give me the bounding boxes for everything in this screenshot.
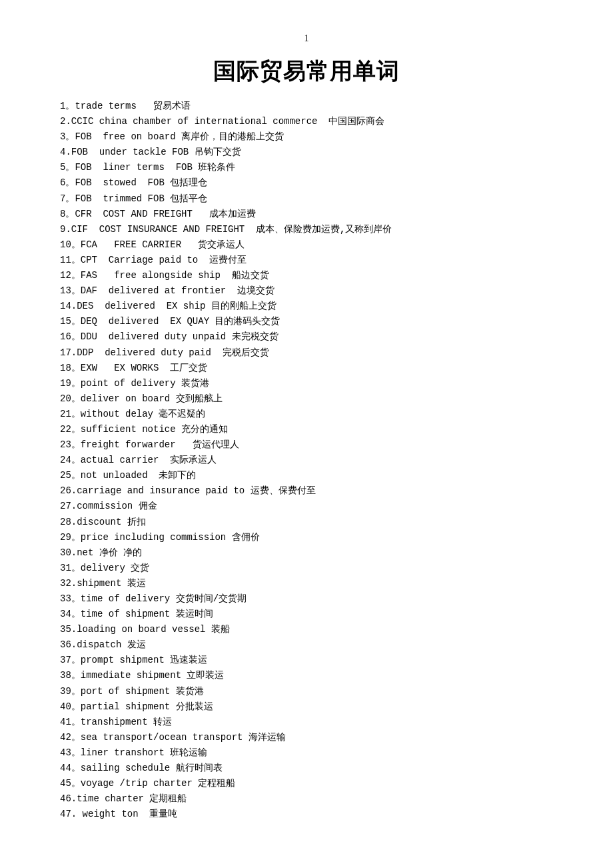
vocabulary-entry: 11。CPT Carriage paid to 运费付至 (60, 253, 553, 268)
vocabulary-entry: 32.shipment 装运 (60, 576, 553, 591)
vocabulary-entry: 46.time charter 定期租船 (60, 791, 553, 807)
vocabulary-entry: 37。prompt shipment 迅速装运 (60, 653, 553, 668)
vocabulary-entry: 43。liner transhort 班轮运输 (60, 745, 553, 761)
vocabulary-entry: 3。FOB free on board 离岸价，目的港船上交货 (60, 129, 553, 145)
vocabulary-entry: 23。freight forwarder 货运代理人 (60, 437, 553, 453)
vocabulary-entry: 9.CIF COST INSURANCE AND FREIGHT 成本、保险费加… (60, 222, 553, 237)
vocabulary-entry: 44。sailing schedule 航行时间表 (60, 761, 553, 776)
vocabulary-entry: 8。CFR COST AND FREIGHT 成本加运费 (60, 207, 553, 222)
document-page: 1 国际贸易常用单词 1。trade terms 贸易术语2.CCIC chin… (0, 0, 613, 855)
vocabulary-entry: 40。partial shipment 分批装运 (60, 699, 553, 715)
vocabulary-entry: 27.commission 佣金 (60, 499, 553, 514)
vocabulary-entry: 31。delivery 交货 (60, 561, 553, 576)
vocabulary-entry: 42。sea transport/ocean transport 海洋运输 (60, 730, 553, 745)
vocabulary-entry: 19。point of delivery 装货港 (60, 376, 553, 391)
vocabulary-entry: 30.net 净价 净的 (60, 545, 553, 561)
vocabulary-entry: 10。FCA FREE CARRIER 货交承运人 (60, 237, 553, 253)
vocabulary-entry: 18。EXW EX WORKS 工厂交货 (60, 361, 553, 376)
vocabulary-entry: 5。FOB liner terms FOB 班轮条件 (60, 160, 553, 175)
vocabulary-entry: 1。trade terms 贸易术语 (60, 99, 553, 114)
vocabulary-entry: 33。time of delivery 交货时间/交货期 (60, 591, 553, 607)
vocabulary-entry: 38。immediate shipment 立即装运 (60, 668, 553, 683)
vocabulary-list: 1。trade terms 贸易术语2.CCIC china chamber o… (60, 99, 553, 822)
vocabulary-entry: 39。port of shipment 装货港 (60, 684, 553, 699)
vocabulary-entry: 4.FOB under tackle FOB 吊钩下交货 (60, 145, 553, 160)
vocabulary-entry: 41。transhipment 转运 (60, 715, 553, 730)
document-title: 国际贸易常用单词 (60, 56, 553, 87)
vocabulary-entry: 14.DES delivered EX ship 目的刚船上交货 (60, 299, 553, 314)
vocabulary-entry: 25。not unloaded 未卸下的 (60, 468, 553, 483)
vocabulary-entry: 45。voyage /trip charter 定程租船 (60, 776, 553, 791)
vocabulary-entry: 17.DDP delivered duty paid 完税后交货 (60, 345, 553, 361)
vocabulary-entry: 7。FOB trimmed FOB 包括平仓 (60, 191, 553, 207)
vocabulary-entry: 35.loading on board vessel 装船 (60, 622, 553, 637)
vocabulary-entry: 20。deliver on board 交到船舷上 (60, 391, 553, 407)
vocabulary-entry: 29。price including commission 含佣价 (60, 530, 553, 545)
vocabulary-entry: 22。sufficient notice 充分的通知 (60, 422, 553, 437)
vocabulary-entry: 2.CCIC china chamber of international co… (60, 114, 553, 129)
vocabulary-entry: 13。DAF delivered at frontier 边境交货 (60, 283, 553, 299)
vocabulary-entry: 15。DEQ delivered EX QUAY 目的港码头交货 (60, 314, 553, 329)
vocabulary-entry: 36.dispatch 发运 (60, 637, 553, 653)
vocabulary-entry: 34。time of shipment 装运时间 (60, 607, 553, 622)
vocabulary-entry: 26.carriage and insurance paid to 运费、保费付… (60, 483, 553, 499)
vocabulary-entry: 6。FOB stowed FOB 包括理仓 (60, 175, 553, 191)
page-number: 1 (60, 33, 553, 44)
vocabulary-entry: 12。FAS free alongside ship 船边交货 (60, 268, 553, 283)
vocabulary-entry: 47. weight ton 重量吨 (60, 807, 553, 822)
vocabulary-entry: 28.discount 折扣 (60, 515, 553, 530)
vocabulary-entry: 24。actual carrier 实际承运人 (60, 453, 553, 468)
vocabulary-entry: 16。DDU delivered duty unpaid 未完税交货 (60, 329, 553, 345)
vocabulary-entry: 21。without delay 毫不迟疑的 (60, 407, 553, 422)
